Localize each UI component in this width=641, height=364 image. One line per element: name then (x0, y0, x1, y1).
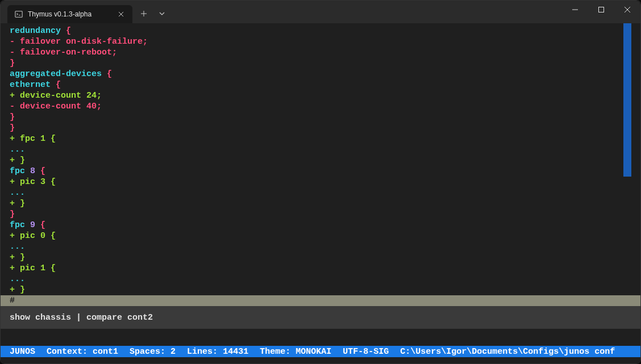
terminal-line: } (10, 112, 640, 123)
terminal-line: ... (10, 274, 640, 284)
terminal-line: + pic 3 { (10, 177, 640, 187)
scrollbar-thumb[interactable] (623, 23, 631, 177)
terminal-output: redundancy {- failover on-disk-failure;-… (1, 23, 640, 295)
terminal-line: ethernet { (10, 80, 640, 90)
terminal-line: } (10, 58, 640, 69)
terminal-line: aggregated-devices { (10, 69, 640, 80)
terminal-line: } (10, 209, 640, 220)
terminal-line: - failover on-disk-failure; (10, 36, 640, 47)
terminal-line: ... (10, 241, 640, 252)
svg-rect-7 (599, 7, 604, 12)
terminal-line: + pic 0 { (10, 231, 640, 241)
cursor-line: # (1, 295, 640, 306)
status-encoding: UTF-8-SIG (343, 347, 389, 357)
status-spaces: Spaces: 2 (130, 347, 176, 357)
titlebar: Thymus v0.1.3-alpha (1, 1, 640, 23)
terminal-area[interactable]: redundancy {- failover on-disk-failure;-… (1, 23, 640, 363)
status-lines: Lines: 14431 (187, 347, 248, 357)
status-theme: Theme: MONOKAI (260, 347, 331, 357)
window-controls (562, 1, 640, 19)
terminal-line: fpc 9 { (10, 220, 640, 231)
command-input-area[interactable]: show chassis | compare cont2 (1, 306, 640, 329)
terminal-line: - failover-on-reboot; (10, 47, 640, 58)
terminal-line: fpc 8 { (10, 166, 640, 177)
close-button[interactable] (614, 1, 640, 19)
tab-close-button[interactable] (116, 10, 126, 19)
status-bar: JUNOS Context: cont1 Spaces: 2 Lines: 14… (1, 346, 640, 357)
terminal-line: } (10, 123, 640, 133)
status-context: Context: cont1 (47, 347, 118, 357)
terminal-line: + fpc 1 { (10, 133, 640, 144)
status-path: C:\Users\Igor\Documents\Configs\junos co… (400, 347, 615, 357)
bottom-pad (1, 357, 640, 363)
terminal-line: + device-count 24; (10, 90, 640, 101)
terminal-line: ... (10, 144, 640, 155)
new-tab-button[interactable] (135, 5, 153, 23)
terminal-line: + } (10, 198, 640, 209)
tab-actions (135, 5, 171, 23)
terminal-line: + } (10, 252, 640, 263)
cursor-char: # (10, 296, 15, 306)
minimize-button[interactable] (562, 1, 588, 19)
maximize-button[interactable] (588, 1, 614, 19)
terminal-line: + } (10, 155, 640, 166)
terminal-line: ... (10, 187, 640, 198)
tab-title: Thymus v0.1.3-alpha (28, 10, 112, 18)
terminal-line: + } (10, 284, 640, 295)
svg-rect-0 (15, 11, 22, 18)
terminal-line: + pic 1 { (10, 263, 640, 274)
terminal-line: redundancy { (10, 26, 640, 36)
terminal-icon (14, 10, 23, 19)
terminal-tab[interactable]: Thymus v0.1.3-alpha (7, 5, 132, 23)
tab-dropdown-button[interactable] (153, 5, 171, 23)
command-text: show chassis | compare cont2 (10, 313, 153, 323)
status-mode: JUNOS (10, 347, 35, 357)
terminal-line: - device-count 40; (10, 101, 640, 112)
